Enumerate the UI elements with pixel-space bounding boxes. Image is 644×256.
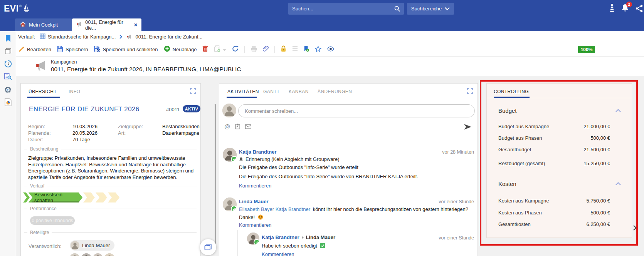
edit-button[interactable]: Bearbeiten <box>18 46 51 53</box>
tab-controlling[interactable]: CONTROLLING <box>494 89 529 94</box>
tab-record-0011[interactable]: 0011, Energie für die... ✕ <box>72 18 141 31</box>
tab-label: Mein Cockpit <box>29 22 58 28</box>
reply-target[interactable]: Linda Mauer <box>306 234 336 240</box>
avatar <box>223 148 237 162</box>
field-label-beginn: Beginn: <box>28 124 45 129</box>
email-icon[interactable] <box>245 124 251 129</box>
delete-button[interactable] <box>202 45 208 53</box>
search-icon[interactable] <box>394 5 400 12</box>
lock-button[interactable] <box>281 45 286 53</box>
plus-circle-icon <box>164 45 170 53</box>
favorite-button[interactable] <box>315 46 321 53</box>
field-label-art: Art: <box>118 130 126 136</box>
phase-chevron-active[interactable]: Bewusstsein schaffen <box>29 192 82 202</box>
breadcrumb-item-record[interactable]: 0011, Energie für die Zukunf... <box>135 34 202 40</box>
history-icon[interactable] <box>3 60 13 68</box>
bookmark-add-button[interactable] <box>304 45 309 53</box>
row-label: Budget aus Phasen <box>498 135 542 141</box>
caret-down-icon <box>223 47 226 52</box>
feed-author[interactable]: Linda Mauer <box>239 199 269 204</box>
section-legend-beteiligte: Beteiligte <box>24 230 197 235</box>
tab-mein-cockpit[interactable]: Mein Cockpit <box>15 18 72 31</box>
report-document-icon[interactable] <box>3 98 13 106</box>
print-button[interactable] <box>251 46 257 53</box>
comment-action-link[interactable]: Kommentieren <box>262 251 294 256</box>
breadcrumb-item-search[interactable]: Standardsuche für Kampagn... <box>48 34 116 40</box>
budget-section-title: Budget <box>498 107 517 114</box>
vertical-scrollbar[interactable] <box>215 104 216 244</box>
megaphone-icon <box>126 34 132 40</box>
active-tab-underline <box>27 97 60 98</box>
tab-aenderungen[interactable]: ÄNDERUNGEN <box>318 89 352 94</box>
row-value: 500,00 € <box>590 210 610 216</box>
paperclip-icon <box>263 45 269 53</box>
list-view-button[interactable] <box>292 46 298 53</box>
send-comment-icon[interactable] <box>464 124 472 130</box>
other-participants-avatars[interactable] <box>70 253 114 256</box>
chevron-right-icon <box>119 35 123 39</box>
search-records-icon[interactable] <box>3 72 13 81</box>
phase-chevron-pending[interactable] <box>83 192 95 202</box>
popout-panel-button[interactable] <box>200 239 216 255</box>
fullscreen-icon[interactable] <box>190 88 196 94</box>
home-icon <box>20 22 26 28</box>
budget-row: Gesamtbudget 21.500,00 € <box>498 147 610 152</box>
tab-kanban[interactable]: KANBAN <box>289 89 309 94</box>
bookmarks-icon[interactable] <box>3 34 13 43</box>
mention-link[interactable]: Elisabeth Bayer Katja Brandtner <box>239 206 310 212</box>
row-value: 15.250,00 € <box>583 161 610 166</box>
save-and-close-button[interactable]: Speichern und schließen <box>94 46 158 53</box>
watch-button[interactable] <box>327 46 334 53</box>
phase-chevron-pending[interactable] <box>96 192 107 202</box>
search-scope-dropdown[interactable]: Suchbereiche <box>407 3 454 15</box>
reply-text: Habe ich soeben erledigt <box>262 243 325 249</box>
performance-badge: 0 positive Inbounds <box>30 216 75 225</box>
feed-timestamp: vor 28 Minuten <box>442 149 474 155</box>
mention-icon[interactable]: @ <box>224 123 230 130</box>
reply-author[interactable]: Katja Brandtner <box>262 234 299 240</box>
create-new-button[interactable]: Neuanlage <box>164 45 197 53</box>
feed-author[interactable]: Katja Brandtner <box>239 149 277 155</box>
chevron-up-icon[interactable] <box>615 182 621 186</box>
share-icon[interactable] <box>635 4 644 13</box>
save-button[interactable]: Speichern <box>57 46 88 53</box>
avatar <box>70 253 80 256</box>
tab-info[interactable]: INFO <box>69 89 80 94</box>
evi-application-window: EVI ® Suchbereiche 2 <box>0 0 644 256</box>
avatar <box>104 253 114 256</box>
evi-logo[interactable]: EVI ® <box>4 4 30 15</box>
notification-count-badge: 2 <box>626 2 632 7</box>
tab-uebersicht[interactable]: ÜBERSICHT <box>29 89 57 94</box>
attach-button[interactable] <box>263 45 269 53</box>
check-emoji-icon <box>320 243 325 248</box>
close-icon[interactable]: ✕ <box>134 22 138 28</box>
phase-chevron-pending[interactable] <box>108 192 119 202</box>
chevron-up-icon[interactable] <box>615 109 621 112</box>
field-label-dauer: Dauer: <box>28 137 43 142</box>
automation-gear-icon[interactable] <box>3 85 13 94</box>
responsible-person-chip[interactable]: Linda Mauer <box>70 240 114 251</box>
comment-action-link[interactable]: Kommentieren <box>239 183 272 189</box>
campaign-description: Zielgruppe: Privatkunden, insbesondere F… <box>28 155 196 181</box>
save-close-label: Speichern und schließen <box>103 47 158 52</box>
note-clipboard-icon[interactable] <box>235 124 240 129</box>
comment-action-link[interactable]: Kommentieren <box>239 222 272 228</box>
search-input[interactable] <box>288 6 394 12</box>
create-label: Neuanlage <box>173 47 197 52</box>
tab-gantt[interactable]: GANTT <box>263 89 280 94</box>
expand-panel-chevron-icon[interactable] <box>632 225 637 231</box>
row-value: 500,00 € <box>590 135 610 141</box>
comment-input[interactable] <box>239 108 474 114</box>
lighthouse-icon[interactable] <box>608 3 616 13</box>
breadcrumb-label: Verlauf: <box>18 34 35 40</box>
refresh-button[interactable] <box>232 45 239 53</box>
windows-icon[interactable] <box>3 47 13 55</box>
copy-record-button[interactable] <box>214 45 226 53</box>
row-label: Gesamtkosten <box>498 221 531 227</box>
fullscreen-icon[interactable] <box>467 88 473 94</box>
tab-aktivitaeten[interactable]: AKTIVITÄTEN <box>227 89 259 94</box>
list-icon <box>292 46 298 53</box>
online-check-badge <box>254 239 259 245</box>
floppy-disk-icon <box>57 46 63 53</box>
online-check-badge <box>231 206 237 211</box>
